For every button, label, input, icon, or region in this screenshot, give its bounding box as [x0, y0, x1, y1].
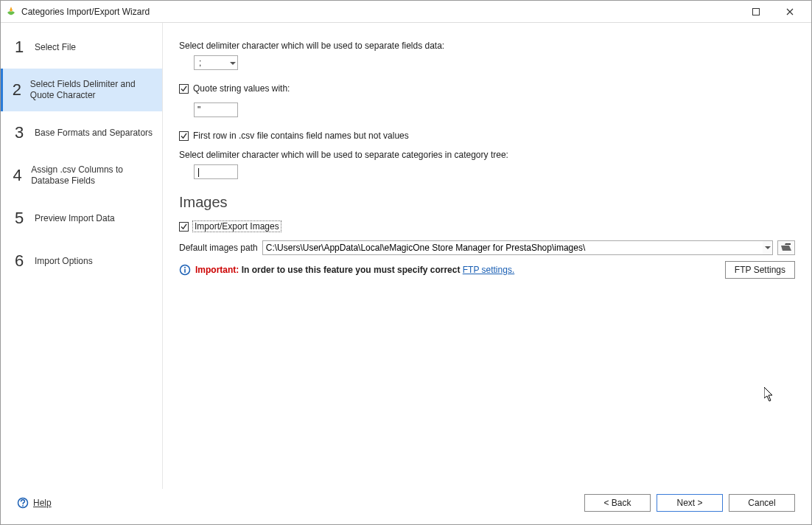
- category-delimiter-input[interactable]: [194, 164, 238, 179]
- wizard-content: Select delimiter character which will be…: [163, 23, 811, 489]
- help-link[interactable]: Help: [17, 497, 52, 509]
- step-2[interactable]: 2 Select Fields Delimiter and Quote Char…: [1, 69, 162, 111]
- maximize-button[interactable]: [739, 1, 773, 23]
- help-label: Help: [33, 498, 52, 508]
- folder-open-icon: [781, 243, 791, 254]
- field-delimiter-label: Select delimiter character which will be…: [179, 41, 795, 51]
- step-label: Import Options: [35, 256, 93, 267]
- svg-rect-3: [184, 269, 186, 273]
- svg-rect-0: [753, 8, 760, 15]
- ftp-settings-link[interactable]: FTP settings.: [463, 265, 514, 275]
- first-row-names-label: First row in .csv file contains field na…: [193, 131, 409, 141]
- step-6[interactable]: 6 Import Options: [1, 240, 162, 282]
- step-3[interactable]: 3 Base Formats and Separators: [1, 111, 162, 154]
- step-number: 4: [11, 166, 24, 185]
- wizard-footer: Help < Back Next > Cancel: [1, 489, 811, 524]
- category-delimiter-label: Select delimiter character which will be…: [179, 150, 795, 160]
- window-title: Categories Import/Export Wizard: [21, 7, 150, 17]
- quote-char-input[interactable]: [194, 102, 238, 117]
- cancel-button[interactable]: Cancel: [729, 494, 795, 512]
- step-label: Select File: [35, 42, 76, 53]
- import-export-images-label: Import/Export Images: [193, 221, 281, 232]
- window-controls: [739, 1, 807, 23]
- step-5[interactable]: 5 Preview Import Data: [1, 197, 162, 240]
- help-icon: [17, 497, 29, 509]
- wizard-body: 1 Select File 2 Select Fields Delimiter …: [1, 23, 811, 489]
- close-button[interactable]: [773, 1, 807, 23]
- wizard-sidebar: 1 Select File 2 Select Fields Delimiter …: [1, 23, 163, 489]
- step-label: Preview Import Data: [35, 213, 115, 224]
- step-1[interactable]: 1 Select File: [1, 26, 162, 69]
- default-images-path-label: Default images path: [179, 243, 258, 253]
- cursor-icon: [764, 387, 774, 402]
- back-button[interactable]: < Back: [584, 494, 651, 512]
- ftp-settings-button[interactable]: FTP Settings: [725, 261, 795, 279]
- step-label: Assign .csv Columns to Database Fields: [31, 164, 155, 187]
- important-label: Important:: [195, 265, 239, 275]
- quote-values-label: Quote string values with:: [193, 83, 290, 94]
- svg-point-2: [184, 267, 186, 268]
- images-section-title: Images: [179, 194, 795, 211]
- import-export-images-checkbox[interactable]: [179, 222, 189, 232]
- step-label: Base Formats and Separators: [35, 128, 153, 139]
- path-dropdown-button[interactable]: [763, 240, 773, 255]
- app-icon: [5, 6, 17, 18]
- info-icon: [179, 264, 191, 276]
- chevron-down-icon: [230, 58, 236, 68]
- step-number: 3: [11, 123, 27, 142]
- step-number: 6: [11, 251, 27, 271]
- important-message: In order to use this feature you must sp…: [239, 265, 462, 275]
- first-row-names-checkbox[interactable]: [179, 131, 189, 141]
- step-number: 2: [11, 80, 23, 100]
- next-button[interactable]: Next >: [657, 494, 723, 512]
- browse-path-button[interactable]: [777, 240, 795, 255]
- step-number: 1: [11, 38, 27, 57]
- field-delimiter-select[interactable]: ;: [194, 55, 238, 70]
- wizard-window: Categories Import/Export Wizard 1 Select…: [0, 0, 812, 525]
- titlebar: Categories Import/Export Wizard: [1, 1, 811, 23]
- step-label: Select Fields Delimiter and Quote Charac…: [30, 79, 155, 101]
- important-text: Important: In order to use this feature …: [195, 265, 514, 275]
- default-images-path-input[interactable]: [262, 240, 763, 255]
- quote-values-checkbox[interactable]: [179, 84, 189, 94]
- step-4[interactable]: 4 Assign .csv Columns to Database Fields: [1, 154, 162, 197]
- field-delimiter-value: ;: [199, 58, 201, 68]
- svg-point-5: [22, 505, 24, 507]
- step-number: 5: [11, 209, 27, 228]
